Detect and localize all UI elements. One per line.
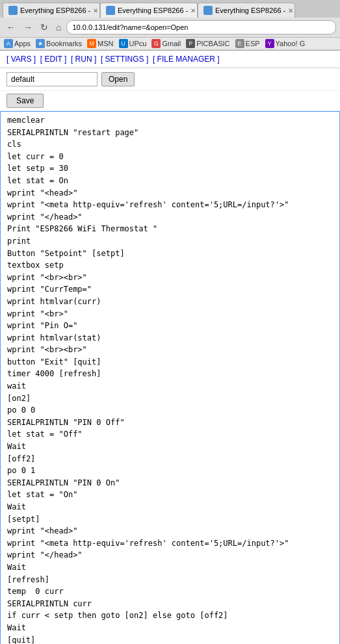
tab-2-close[interactable]: ✕ [190, 7, 196, 14]
code-line: Button "Setpoint" [setpt] [7, 248, 333, 260]
filemanager-link[interactable]: [ FILE MANAGER ] [153, 55, 220, 64]
vars-link[interactable]: [ VARS ] [7, 55, 36, 64]
tab-3-close[interactable]: ✕ [288, 7, 293, 14]
bookmark-picbasic-icon: P [186, 39, 195, 48]
bookmark-apps-icon: A [4, 39, 13, 48]
code-line: wait [7, 380, 333, 393]
tab-bar: Everything ESP8266 - ✕ Everything ESP826… [0, 0, 340, 18]
code-line: wprint "<br>" [7, 308, 333, 320]
code-editor[interactable]: memclearSERIALPRINTLN "restart page"clsl… [0, 111, 340, 644]
tab-1-label: Everything ESP8266 - [20, 6, 90, 14]
bookmark-picbasic[interactable]: P PICBASIC [186, 39, 229, 48]
code-line: wprint "<head>" [7, 525, 333, 537]
code-line: [refresh] [7, 574, 333, 586]
bookmark-yahoo[interactable]: Y Yahoo! G [265, 39, 306, 48]
tab-3[interactable]: Everything ESP8266 - ✕ [198, 3, 295, 18]
code-line: let stat = "On" [7, 489, 333, 501]
code-line: let setp = 30 [7, 162, 333, 175]
code-line: wprint "CurrTemp=" [7, 283, 333, 296]
nav-links: [ VARS ] [ EDIT ] [ RUN ] [ SETTINGS ] [… [0, 51, 340, 68]
code-line: [on2] [7, 393, 333, 405]
edit-link[interactable]: [ EDIT ] [40, 55, 66, 64]
code-line: wprint "<br><br>" [7, 272, 333, 284]
code-line: po 0 0 [7, 404, 333, 417]
code-line: Wait [7, 622, 333, 634]
bookmark-gmail-label: Gmail [162, 40, 181, 47]
settings-link[interactable]: [ SETTINGS ] [101, 55, 148, 64]
code-line: [off2] [7, 453, 333, 465]
bookmark-yahoo-label: Yahoo! G [276, 40, 306, 47]
code-line: temp 0 curr [7, 586, 333, 598]
bookmarks-bar: A Apps ★ Bookmarks M MSN U UPcu G Gmail … [0, 38, 340, 50]
code-line: let stat = On [7, 175, 333, 187]
address-bar[interactable] [66, 20, 336, 34]
bookmark-msn-label: MSN [98, 40, 113, 47]
code-line: wprint "</head>" [7, 549, 333, 561]
run-link[interactable]: [ RUN ] [71, 55, 96, 64]
code-line: Wait [7, 501, 333, 513]
code-line: SERIALPRINTLN "PIN 0 Off" [7, 417, 333, 429]
code-line: if curr < setp then goto [on2] else goto… [7, 610, 333, 622]
filename-input[interactable] [7, 72, 98, 86]
reload-button[interactable]: ↻ [38, 21, 51, 34]
bookmark-bookmarks-label: Bookmarks [46, 40, 82, 47]
code-line: po 0 1 [7, 465, 333, 477]
nav-bar: ← → ↻ ⌂ [0, 18, 340, 38]
open-bar: Open [0, 68, 340, 91]
code-line: wprint htmlvar(stat) [7, 332, 333, 344]
home-button[interactable]: ⌂ [53, 21, 64, 34]
code-line: SERIALPRINTLN "restart page" [7, 127, 333, 139]
bookmark-esp-icon: E [235, 39, 244, 48]
code-line: button "Exit" [quit] [7, 356, 333, 368]
code-line: let curr = 0 [7, 151, 333, 163]
bookmark-upcu-icon: U [119, 39, 128, 48]
code-line: Print "ESP8266 WiFi Thermostat " [7, 223, 333, 235]
bookmark-apps-label: Apps [14, 40, 31, 47]
bookmark-apps[interactable]: A Apps [4, 39, 31, 48]
tab-2-label: Everything ESP8266 - [118, 6, 188, 14]
tab-1-icon [8, 6, 18, 15]
code-line: Wait [7, 441, 333, 453]
code-line: wprint "<head>" [7, 187, 333, 200]
code-line: SERIALPRINTLN "PIN 0 On" [7, 477, 333, 489]
tab-1[interactable]: Everything ESP8266 - ✕ [3, 3, 100, 18]
code-line: wprint "<meta http-equiv='refresh' conte… [7, 537, 333, 550]
page-content: [ VARS ] [ EDIT ] [ RUN ] [ SETTINGS ] [… [0, 51, 340, 644]
code-line: print [7, 235, 333, 248]
open-button[interactable]: Open [101, 72, 135, 86]
bookmark-upcu[interactable]: U UPcu [119, 39, 147, 48]
code-line: [setpt] [7, 513, 333, 526]
bookmark-msn[interactable]: M MSN [87, 39, 113, 48]
bookmark-msn-icon: M [87, 39, 96, 48]
code-line: memclear [7, 114, 333, 127]
bookmark-esp[interactable]: E ESP [235, 39, 260, 48]
code-line: Wait [7, 561, 333, 574]
tab-3-label: Everything ESP8266 - [215, 6, 285, 14]
save-btn-row: Save [0, 91, 340, 111]
tab-2-icon [106, 6, 115, 15]
code-line: [quit] [7, 634, 333, 644]
code-line: wprint "<meta http-equiv='refresh' conte… [7, 199, 333, 211]
tab-2[interactable]: Everything ESP8266 - ✕ [100, 3, 198, 18]
code-line: wprint "Pin O=" [7, 320, 333, 332]
code-line: let stat = "Off" [7, 428, 333, 441]
bookmark-bookmarks-icon: ★ [36, 39, 45, 48]
back-button[interactable]: ← [4, 21, 18, 34]
bookmark-esp-label: ESP [246, 40, 260, 47]
bookmark-gmail[interactable]: G Gmail [151, 39, 181, 48]
browser-chrome: Everything ESP8266 - ✕ Everything ESP826… [0, 0, 340, 51]
save-button[interactable]: Save [7, 94, 44, 108]
bookmark-yahoo-icon: Y [265, 39, 274, 48]
code-line: SERIALPRINTLN curr [7, 598, 333, 610]
code-line: timer 4000 [refresh] [7, 368, 333, 380]
code-line: wprint "<br><br>" [7, 344, 333, 356]
forward-button[interactable]: → [21, 21, 35, 34]
code-line: wprint "</head>" [7, 211, 333, 224]
bookmark-gmail-icon: G [151, 39, 161, 48]
code-line: textbox setp [7, 259, 333, 272]
code-line: cls [7, 138, 333, 151]
bookmark-bookmarks[interactable]: ★ Bookmarks [36, 39, 82, 48]
tab-3-icon [203, 6, 213, 15]
bookmark-picbasic-label: PICBASIC [196, 40, 229, 47]
tab-1-close[interactable]: ✕ [93, 7, 98, 14]
